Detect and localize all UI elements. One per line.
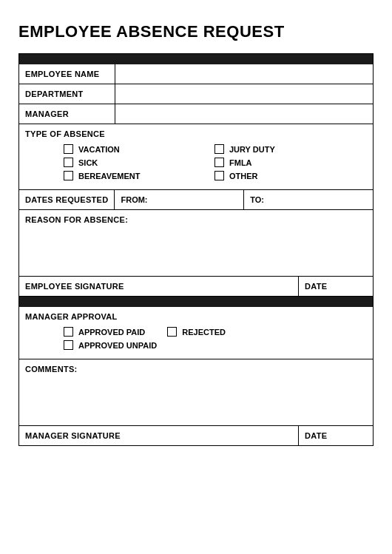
- employee-name-value[interactable]: [115, 64, 373, 84]
- department-row: DEPARTMENT: [19, 84, 373, 104]
- manager-signature-row: MANAGER SIGNATURE DATE: [19, 426, 373, 445]
- approval-checkboxes: APPROVED PAID REJECTED APPROVED UNPAID: [19, 324, 373, 359]
- approval-row-2: APPROVED UNPAID: [64, 340, 351, 350]
- top-dark-bar: [19, 54, 373, 64]
- type-of-absence-header: TYPE OF ABSENCE: [19, 124, 373, 141]
- checkbox-approved-paid[interactable]: APPROVED PAID: [64, 327, 145, 337]
- checkbox-other[interactable]: OTHER: [214, 171, 351, 180]
- checkbox-approved-paid-label: APPROVED PAID: [78, 328, 145, 337]
- checkbox-rejected-label: REJECTED: [182, 328, 226, 337]
- comments-body[interactable]: [19, 374, 373, 425]
- checkbox-other-label: OTHER: [229, 172, 258, 180]
- form-container: EMPLOYEE NAME DEPARTMENT MANAGER TYPE OF…: [18, 53, 374, 446]
- employee-name-label: EMPLOYEE NAME: [19, 64, 115, 84]
- checkbox-approved-unpaid[interactable]: APPROVED UNPAID: [64, 340, 157, 350]
- checkbox-sick-label: SICK: [78, 158, 98, 167]
- checkbox-fmla-label: FMLA: [229, 158, 252, 167]
- manager-label: MANAGER: [19, 104, 115, 124]
- employee-signature-row: EMPLOYEE SIGNATURE DATE: [19, 277, 373, 297]
- checkbox-rejected[interactable]: REJECTED: [167, 327, 226, 337]
- department-value[interactable]: [115, 84, 373, 104]
- manager-value[interactable]: [115, 104, 373, 124]
- manager-approval-section: MANAGER APPROVAL APPROVED PAID REJECTED …: [19, 307, 373, 359]
- reason-body[interactable]: [19, 224, 373, 276]
- approval-row-1: APPROVED PAID REJECTED: [64, 327, 351, 337]
- dates-to[interactable]: TO:: [244, 190, 373, 209]
- manager-date-label: DATE: [299, 426, 373, 445]
- employee-name-row: EMPLOYEE NAME: [19, 64, 373, 84]
- dates-requested-label: DATES REQUESTED: [19, 190, 115, 209]
- checkboxes-grid: VACATION JURY DUTY SICK FMLA BEREAVEMENT: [19, 141, 373, 189]
- comments-header: COMMENTS:: [19, 359, 373, 374]
- dates-from[interactable]: FROM:: [115, 190, 244, 209]
- manager-approval-header: MANAGER APPROVAL: [19, 307, 373, 324]
- checkbox-sick[interactable]: SICK: [64, 158, 200, 167]
- manager-row: MANAGER: [19, 104, 373, 124]
- department-label: DEPARTMENT: [19, 84, 115, 104]
- checkbox-fmla[interactable]: FMLA: [214, 158, 351, 167]
- checkbox-fmla-box[interactable]: [214, 158, 224, 167]
- reason-section: REASON FOR ABSENCE:: [19, 210, 373, 277]
- checkbox-bereavement[interactable]: BEREAVEMENT: [64, 171, 200, 180]
- checkbox-approved-paid-box[interactable]: [64, 327, 73, 337]
- checkbox-jury-duty[interactable]: JURY DUTY: [214, 144, 351, 154]
- checkbox-rejected-box[interactable]: [167, 327, 177, 337]
- reason-header: REASON FOR ABSENCE:: [19, 210, 373, 224]
- page-title: EMPLOYEE ABSENCE REQUEST: [18, 22, 374, 41]
- checkbox-vacation-box[interactable]: [64, 144, 73, 154]
- checkbox-approved-unpaid-box[interactable]: [64, 340, 73, 350]
- checkbox-vacation[interactable]: VACATION: [64, 144, 200, 154]
- checkbox-sick-box[interactable]: [64, 158, 73, 167]
- checkbox-bereavement-label: BEREAVEMENT: [78, 172, 141, 180]
- checkbox-bereavement-box[interactable]: [64, 171, 73, 180]
- middle-dark-bar: [19, 297, 373, 307]
- checkbox-vacation-label: VACATION: [78, 145, 120, 154]
- comments-section: COMMENTS:: [19, 359, 373, 426]
- checkbox-approved-unpaid-label: APPROVED UNPAID: [78, 341, 157, 350]
- dates-row: DATES REQUESTED FROM: TO:: [19, 190, 373, 210]
- checkbox-jury-duty-label: JURY DUTY: [229, 145, 275, 154]
- employee-signature-label: EMPLOYEE SIGNATURE: [19, 277, 299, 296]
- checkbox-other-box[interactable]: [214, 171, 224, 180]
- manager-signature-label: MANAGER SIGNATURE: [19, 426, 299, 445]
- employee-date-label: DATE: [299, 277, 373, 296]
- checkbox-jury-duty-box[interactable]: [214, 144, 224, 154]
- type-of-absence-section: TYPE OF ABSENCE VACATION JURY DUTY SICK …: [19, 124, 373, 190]
